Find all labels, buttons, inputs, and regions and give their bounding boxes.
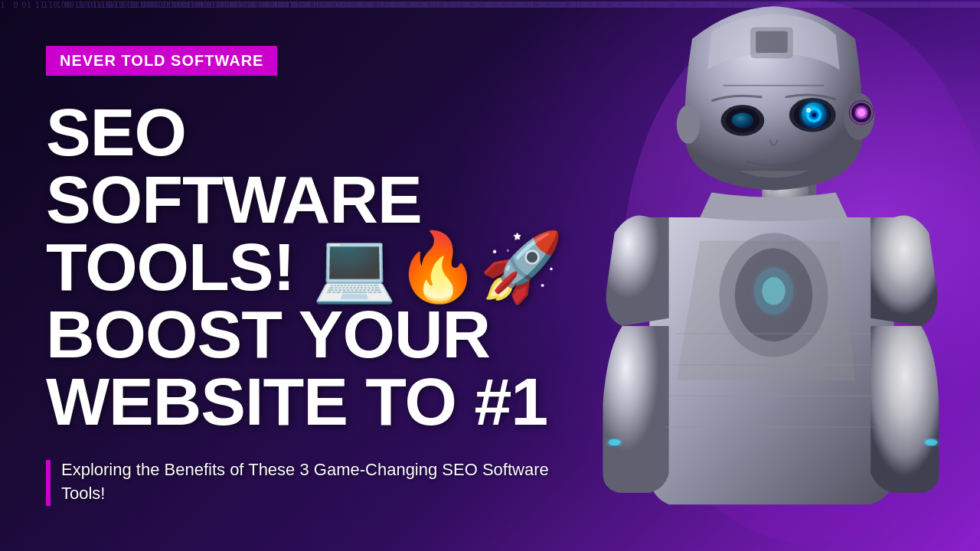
subtitle-text: Exploring the Benefits of These 3 Game-C… (61, 458, 567, 506)
svg-point-13 (858, 109, 865, 116)
title-line4: WEBSITE TO #1 (46, 368, 567, 435)
main-title: SEO SOFTWARE TOOLS! 💻🔥🚀 BOOST YOUR WEBSI… (46, 99, 567, 435)
brand-label: NEVER TOLD SOFTWARE (60, 52, 263, 69)
svg-point-17 (732, 112, 753, 128)
svg-point-28 (925, 439, 937, 445)
svg-point-27 (609, 439, 621, 445)
main-content: NEVER TOLD SOFTWARE SEO SOFTWARE TOOLS! … (46, 46, 567, 506)
title-line2: TOOLS! 💻🔥🚀 (46, 233, 567, 301)
svg-point-8 (677, 105, 700, 144)
brand-badge: NEVER TOLD SOFTWARE (46, 46, 277, 76)
page-container: 1 0 1 1 0 0 1 1 0 1 0 1 1 0 0 1 1 0 1 0 … (0, 0, 980, 551)
robot-illustration (498, 0, 980, 551)
title-line3: BOOST YOUR (46, 301, 567, 368)
svg-point-6 (762, 277, 785, 305)
subtitle-accent-bar (46, 460, 51, 506)
subtitle-block: Exploring the Benefits of These 3 Game-C… (46, 458, 567, 506)
title-line1: SEO SOFTWARE (46, 99, 567, 233)
svg-rect-26 (756, 31, 788, 53)
svg-point-24 (806, 108, 811, 112)
svg-point-23 (812, 112, 816, 117)
